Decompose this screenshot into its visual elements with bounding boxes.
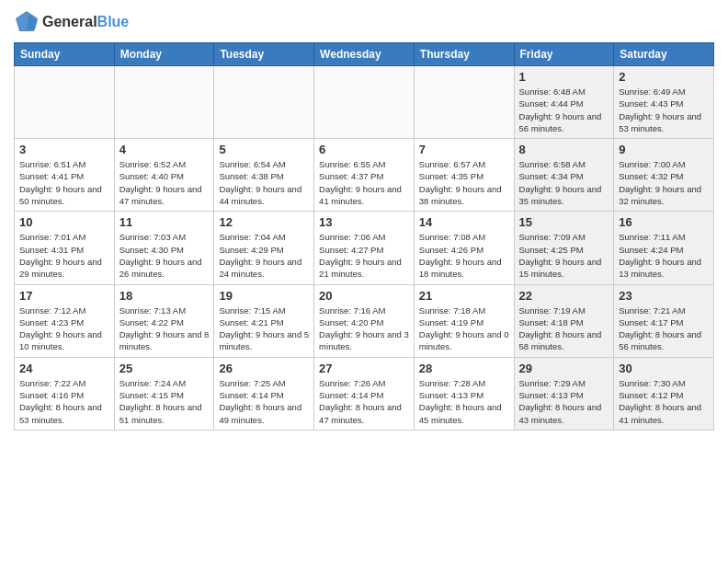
calendar-week-4: 24Sunrise: 7:22 AM Sunset: 4:16 PM Dayli… — [15, 357, 714, 430]
day-number: 19 — [219, 289, 309, 303]
day-number: 10 — [19, 215, 109, 229]
calendar-cell — [114, 66, 214, 139]
day-info: Sunrise: 7:19 AM Sunset: 4:18 PM Dayligh… — [519, 304, 609, 353]
calendar-cell: 7Sunrise: 6:57 AM Sunset: 4:35 PM Daylig… — [414, 139, 514, 212]
day-info: Sunrise: 6:49 AM Sunset: 4:43 PM Dayligh… — [619, 86, 709, 134]
calendar-cell: 9Sunrise: 7:00 AM Sunset: 4:32 PM Daylig… — [614, 139, 714, 212]
calendar-cell: 1Sunrise: 6:48 AM Sunset: 4:44 PM Daylig… — [514, 66, 614, 139]
day-number: 26 — [219, 362, 309, 375]
calendar-cell: 17Sunrise: 7:12 AM Sunset: 4:23 PM Dayli… — [15, 284, 115, 357]
calendar-week-3: 17Sunrise: 7:12 AM Sunset: 4:23 PM Dayli… — [15, 284, 714, 357]
day-info: Sunrise: 7:00 AM Sunset: 4:32 PM Dayligh… — [619, 158, 709, 207]
day-info: Sunrise: 7:24 AM Sunset: 4:15 PM Dayligh… — [119, 377, 210, 426]
day-number: 29 — [519, 362, 609, 375]
day-info: Sunrise: 7:18 AM Sunset: 4:19 PM Dayligh… — [419, 304, 509, 353]
day-number: 5 — [219, 143, 309, 156]
calendar-cell: 14Sunrise: 7:08 AM Sunset: 4:26 PM Dayli… — [414, 212, 514, 284]
day-info: Sunrise: 6:55 AM Sunset: 4:37 PM Dayligh… — [319, 158, 409, 207]
day-info: Sunrise: 7:30 AM Sunset: 4:12 PM Dayligh… — [619, 377, 709, 426]
day-info: Sunrise: 7:25 AM Sunset: 4:14 PM Dayligh… — [219, 377, 309, 426]
calendar-cell: 27Sunrise: 7:26 AM Sunset: 4:14 PM Dayli… — [314, 357, 415, 430]
calendar-cell: 25Sunrise: 7:24 AM Sunset: 4:15 PM Dayli… — [114, 357, 214, 430]
day-number: 13 — [319, 215, 409, 229]
day-info: Sunrise: 6:57 AM Sunset: 4:35 PM Dayligh… — [419, 158, 509, 207]
calendar-cell: 10Sunrise: 7:01 AM Sunset: 4:31 PM Dayli… — [15, 212, 115, 284]
day-info: Sunrise: 7:09 AM Sunset: 4:25 PM Dayligh… — [519, 231, 609, 280]
day-info: Sunrise: 7:13 AM Sunset: 4:22 PM Dayligh… — [119, 304, 210, 353]
day-info: Sunrise: 7:15 AM Sunset: 4:21 PM Dayligh… — [219, 304, 309, 353]
calendar-week-2: 10Sunrise: 7:01 AM Sunset: 4:31 PM Dayli… — [15, 212, 714, 284]
day-info: Sunrise: 7:03 AM Sunset: 4:30 PM Dayligh… — [119, 231, 210, 280]
calendar-cell: 13Sunrise: 7:06 AM Sunset: 4:27 PM Dayli… — [314, 212, 415, 284]
day-info: Sunrise: 7:16 AM Sunset: 4:20 PM Dayligh… — [319, 304, 409, 353]
calendar-cell: 23Sunrise: 7:21 AM Sunset: 4:17 PM Dayli… — [614, 284, 714, 357]
col-header-friday: Friday — [514, 43, 614, 66]
calendar-cell — [214, 66, 314, 139]
day-number: 15 — [519, 215, 609, 229]
day-info: Sunrise: 7:11 AM Sunset: 4:24 PM Dayligh… — [619, 231, 709, 280]
col-header-tuesday: Tuesday — [214, 43, 314, 66]
calendar-cell: 29Sunrise: 7:29 AM Sunset: 4:13 PM Dayli… — [514, 357, 614, 430]
calendar-week-1: 3Sunrise: 6:51 AM Sunset: 4:41 PM Daylig… — [15, 139, 714, 212]
day-number: 23 — [619, 289, 709, 303]
col-header-wednesday: Wednesday — [314, 43, 415, 66]
calendar-cell — [314, 66, 415, 139]
day-info: Sunrise: 6:58 AM Sunset: 4:34 PM Dayligh… — [519, 158, 609, 207]
calendar-cell: 6Sunrise: 6:55 AM Sunset: 4:37 PM Daylig… — [314, 139, 415, 212]
calendar-cell: 28Sunrise: 7:28 AM Sunset: 4:13 PM Dayli… — [414, 357, 514, 430]
day-info: Sunrise: 7:26 AM Sunset: 4:14 PM Dayligh… — [319, 377, 409, 426]
day-number: 20 — [319, 289, 409, 303]
calendar-cell: 3Sunrise: 6:51 AM Sunset: 4:41 PM Daylig… — [15, 139, 115, 212]
day-info: Sunrise: 7:29 AM Sunset: 4:13 PM Dayligh… — [519, 377, 609, 426]
day-number: 12 — [219, 215, 309, 229]
calendar-cell: 12Sunrise: 7:04 AM Sunset: 4:29 PM Dayli… — [214, 212, 314, 284]
calendar-cell: 24Sunrise: 7:22 AM Sunset: 4:16 PM Dayli… — [15, 357, 115, 430]
day-info: Sunrise: 7:01 AM Sunset: 4:31 PM Dayligh… — [19, 231, 109, 280]
day-info: Sunrise: 7:28 AM Sunset: 4:13 PM Dayligh… — [419, 377, 509, 426]
day-number: 25 — [119, 362, 210, 375]
calendar-cell: 22Sunrise: 7:19 AM Sunset: 4:18 PM Dayli… — [514, 284, 614, 357]
day-number: 9 — [619, 143, 709, 156]
day-number: 4 — [119, 143, 210, 156]
calendar-cell — [414, 66, 514, 139]
day-number: 24 — [19, 362, 109, 375]
calendar-cell: 30Sunrise: 7:30 AM Sunset: 4:12 PM Dayli… — [614, 357, 714, 430]
day-info: Sunrise: 7:12 AM Sunset: 4:23 PM Dayligh… — [19, 304, 109, 353]
day-info: Sunrise: 7:21 AM Sunset: 4:17 PM Dayligh… — [619, 304, 709, 353]
col-header-sunday: Sunday — [15, 43, 115, 66]
day-info: Sunrise: 6:54 AM Sunset: 4:38 PM Dayligh… — [219, 158, 309, 207]
day-number: 28 — [419, 362, 509, 375]
calendar-cell: 16Sunrise: 7:11 AM Sunset: 4:24 PM Dayli… — [614, 212, 714, 284]
logo-text: GeneralBlue — [42, 14, 129, 30]
day-number: 11 — [119, 215, 210, 229]
logo-icon — [14, 9, 40, 35]
day-number: 2 — [619, 70, 709, 84]
calendar-cell: 19Sunrise: 7:15 AM Sunset: 4:21 PM Dayli… — [214, 284, 314, 357]
logo: GeneralBlue — [14, 9, 129, 35]
col-header-monday: Monday — [114, 43, 214, 66]
col-header-saturday: Saturday — [614, 43, 714, 66]
col-header-thursday: Thursday — [414, 43, 514, 66]
day-number: 21 — [419, 289, 509, 303]
day-info: Sunrise: 7:22 AM Sunset: 4:16 PM Dayligh… — [19, 377, 109, 426]
day-info: Sunrise: 7:06 AM Sunset: 4:27 PM Dayligh… — [319, 231, 409, 280]
day-info: Sunrise: 7:04 AM Sunset: 4:29 PM Dayligh… — [219, 231, 309, 280]
day-info: Sunrise: 6:51 AM Sunset: 4:41 PM Dayligh… — [19, 158, 109, 207]
day-number: 27 — [319, 362, 409, 375]
day-info: Sunrise: 6:48 AM Sunset: 4:44 PM Dayligh… — [519, 86, 609, 134]
day-number: 16 — [619, 215, 709, 229]
calendar-header-row: SundayMondayTuesdayWednesdayThursdayFrid… — [15, 43, 714, 66]
calendar-cell: 8Sunrise: 6:58 AM Sunset: 4:34 PM Daylig… — [514, 139, 614, 212]
day-info: Sunrise: 6:52 AM Sunset: 4:40 PM Dayligh… — [119, 158, 210, 207]
day-number: 17 — [19, 289, 109, 303]
day-number: 22 — [519, 289, 609, 303]
day-number: 8 — [519, 143, 609, 156]
day-info: Sunrise: 7:08 AM Sunset: 4:26 PM Dayligh… — [419, 231, 509, 280]
day-number: 6 — [319, 143, 409, 156]
day-number: 1 — [519, 70, 609, 84]
day-number: 18 — [119, 289, 210, 303]
page-container: GeneralBlue SundayMondayTuesdayWednesday… — [0, 0, 728, 440]
calendar-cell: 21Sunrise: 7:18 AM Sunset: 4:19 PM Dayli… — [414, 284, 514, 357]
calendar-cell: 26Sunrise: 7:25 AM Sunset: 4:14 PM Dayli… — [214, 357, 314, 430]
calendar-cell: 2Sunrise: 6:49 AM Sunset: 4:43 PM Daylig… — [614, 66, 714, 139]
